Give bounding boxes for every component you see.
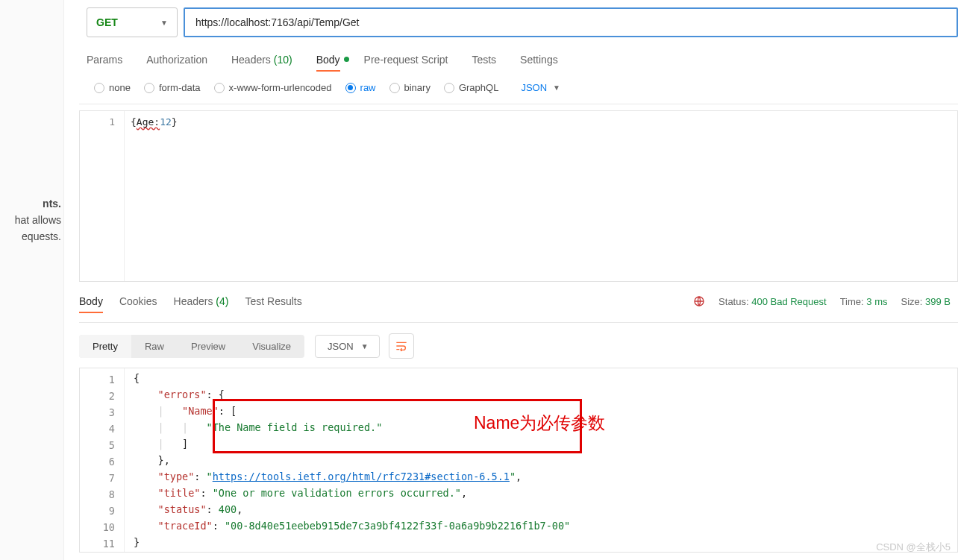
resp-headers-label: Headers: [174, 295, 213, 307]
radio-icon: [94, 83, 104, 93]
status-group: Status: 400 Bad Request: [718, 296, 827, 307]
response-format-select[interactable]: JSON ▼: [315, 335, 380, 358]
resp-headers-count: (4): [216, 295, 228, 307]
tab-authorization[interactable]: Authorization: [146, 54, 207, 70]
resp-tab-cookies[interactable]: Cookies: [119, 295, 157, 312]
radio-raw[interactable]: raw: [345, 82, 376, 93]
watermark: CSDN @全栈小5: [876, 541, 951, 554]
annotation-text: Name为必传参数: [474, 412, 605, 435]
gutter-line: 1: [80, 114, 115, 130]
json-number: 400: [219, 503, 237, 515]
brace: {: [131, 116, 137, 128]
chevron-down-icon: ▼: [553, 84, 560, 92]
radio-form-label: form-data: [159, 82, 201, 93]
method-label: GET: [96, 16, 118, 28]
brace: }: [172, 116, 178, 128]
size-label: Size:: [901, 296, 922, 307]
radio-none-label: none: [109, 82, 131, 93]
status-label: Status:: [718, 296, 748, 307]
status-value: 400 Bad Request: [751, 296, 826, 307]
resp-tab-headers[interactable]: Headers (4): [174, 295, 229, 312]
radio-graphql-label: GraphQL: [459, 82, 498, 93]
size-value: 399 B: [925, 296, 951, 307]
left-sidebar: [0, 0, 64, 560]
json-key: "title": [158, 487, 201, 499]
tab-settings[interactable]: Settings: [520, 54, 558, 70]
response-body-editor[interactable]: 1234567891011 { "errors": { | "Name": [ …: [79, 368, 958, 553]
left-line-2: hat allows: [0, 214, 61, 226]
editor-gutter: 1: [80, 111, 125, 281]
tab-headers[interactable]: Headers (10): [231, 54, 292, 70]
request-body-editor[interactable]: 1 {Age:12}: [79, 110, 958, 282]
view-raw[interactable]: Raw: [131, 335, 178, 358]
resp-tab-results[interactable]: Test Results: [245, 295, 301, 312]
divider: [79, 104, 958, 104]
response-format-label: JSON: [328, 341, 354, 352]
radio-raw-label: raw: [360, 82, 376, 93]
editor-value: 12: [160, 116, 172, 128]
radio-icon: [345, 83, 356, 93]
tab-headers-label: Headers: [231, 54, 271, 66]
response-code: { "errors": { | "Name": [ | | "The Name …: [125, 368, 576, 552]
size-group: Size: 399 B: [901, 296, 951, 307]
tab-headers-count: (10): [274, 54, 292, 66]
left-partial-text: nts. hat allows equests.: [0, 198, 61, 247]
view-pretty[interactable]: Pretty: [79, 335, 131, 358]
response-tabs: Body Cookies Headers (4) Test Results St…: [79, 295, 958, 312]
radio-graphql[interactable]: GraphQL: [444, 82, 498, 93]
wrap-icon: [395, 341, 407, 351]
time-value: 3 ms: [866, 296, 887, 307]
json-link[interactable]: https://tools.ietf.org/html/rfc7231#sect…: [213, 471, 510, 482]
response-meta: Status: 400 Bad Request Time: 3 ms Size:…: [693, 295, 951, 307]
radio-icon: [214, 83, 225, 93]
editor-gutter: 1234567891011: [80, 368, 125, 552]
method-select[interactable]: GET ▼: [87, 7, 178, 37]
tab-tests[interactable]: Tests: [472, 54, 496, 70]
json-string: "00-8d40e51eebeb915de7c3a9bf4122f33f-0a6…: [225, 520, 570, 532]
json-key: "status": [158, 503, 207, 515]
editor-code[interactable]: {Age:12}: [125, 111, 184, 281]
json-key: "errors": [158, 388, 207, 400]
radio-xwww-label: x-www-form-urlencoded: [229, 82, 332, 93]
editor-line-1: {Age:12}: [131, 114, 178, 130]
body-indicator-icon: [344, 57, 349, 62]
tab-body[interactable]: Body: [316, 54, 340, 70]
json-string: "One or more validation errors occurred.…: [213, 487, 461, 499]
json-key: "type": [158, 471, 195, 482]
view-mode-tabs: Pretty Raw Preview Visualize: [79, 335, 304, 358]
body-format-select[interactable]: JSON ▼: [521, 82, 560, 93]
view-preview[interactable]: Preview: [178, 335, 239, 358]
resp-tab-body[interactable]: Body: [79, 295, 103, 312]
divider: [79, 322, 958, 323]
editor-key: Age:: [137, 116, 160, 128]
body-format-label: JSON: [521, 82, 547, 93]
radio-binary-label: binary: [404, 82, 431, 93]
radio-icon: [389, 83, 400, 93]
json-string: "The Name field is required.": [207, 421, 383, 433]
radio-none[interactable]: none: [94, 82, 131, 93]
request-tabs: Params Authorization Headers (10) Body P…: [87, 54, 958, 70]
url-input[interactable]: https://localhost:7163/api/Temp/Get: [184, 7, 958, 37]
tab-params[interactable]: Params: [87, 54, 122, 70]
radio-form-data[interactable]: form-data: [144, 82, 201, 93]
view-visualize[interactable]: Visualize: [239, 335, 304, 358]
radio-icon: [444, 83, 454, 93]
chevron-down-icon: ▼: [160, 19, 168, 27]
tab-prerequest[interactable]: Pre-request Script: [364, 54, 448, 70]
radio-xwww[interactable]: x-www-form-urlencoded: [214, 82, 332, 93]
request-url-row: GET ▼ https://localhost:7163/api/Temp/Ge…: [87, 7, 958, 37]
response-view-row: Pretty Raw Preview Visualize JSON ▼: [79, 333, 958, 359]
time-label: Time:: [840, 296, 864, 307]
left-line-3: equests.: [0, 230, 61, 242]
radio-binary[interactable]: binary: [389, 82, 431, 93]
main-panel: GET ▼ https://localhost:7163/api/Temp/Ge…: [79, 0, 958, 560]
json-key: "Name": [182, 405, 219, 417]
left-line-1: nts.: [0, 198, 61, 210]
time-group: Time: 3 ms: [840, 296, 888, 307]
wrap-lines-button[interactable]: [389, 333, 414, 359]
json-key: "traceId": [158, 520, 213, 532]
radio-icon: [144, 83, 154, 93]
body-type-row: none form-data x-www-form-urlencoded raw…: [94, 82, 958, 93]
network-icon[interactable]: [693, 295, 705, 307]
tab-body-label: Body: [316, 54, 340, 66]
